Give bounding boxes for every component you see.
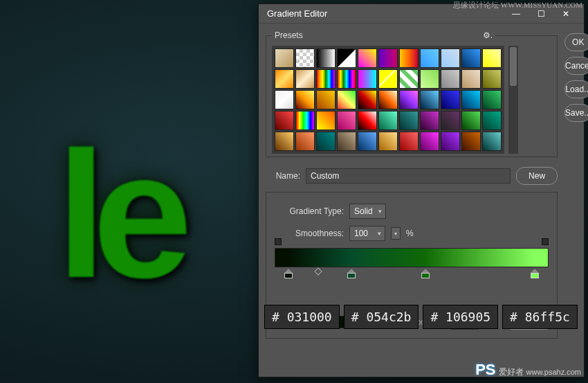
- name-input[interactable]: [306, 168, 511, 184]
- hex-label: # 054c2b: [344, 305, 419, 329]
- save-button[interactable]: Save...: [564, 104, 588, 122]
- preset-swatch[interactable]: [441, 132, 460, 151]
- preset-swatch[interactable]: [482, 111, 502, 130]
- load-button[interactable]: Load...: [564, 80, 588, 98]
- preset-swatch[interactable]: [441, 111, 460, 130]
- background-leaf-text: le: [0, 83, 263, 346]
- preset-swatch[interactable]: [337, 48, 356, 68]
- chevron-down-icon[interactable]: ▾: [391, 227, 401, 240]
- hex-label: # 031000: [264, 305, 340, 329]
- gradient-type-select[interactable]: Solid: [349, 204, 386, 219]
- preset-swatch[interactable]: [378, 48, 398, 68]
- preset-swatch[interactable]: [358, 69, 377, 89]
- preset-swatch[interactable]: [316, 111, 336, 130]
- preset-swatch[interactable]: [316, 48, 336, 68]
- preset-swatch[interactable]: [358, 48, 377, 68]
- preset-swatch[interactable]: [399, 132, 419, 151]
- preset-swatch[interactable]: [482, 132, 502, 151]
- preset-swatch[interactable]: [337, 90, 356, 109]
- preset-swatch[interactable]: [441, 69, 460, 89]
- preset-swatch[interactable]: [337, 111, 356, 130]
- watermark-bottom: PS 爱好者 www.psahz.com: [475, 361, 581, 379]
- preset-swatch[interactable]: [275, 132, 294, 151]
- hex-callouts: # 031000# 054c2b# 106905# 86ff5c: [264, 305, 578, 329]
- preset-swatch[interactable]: [461, 48, 481, 68]
- ok-button[interactable]: OK: [564, 33, 588, 51]
- color-stop[interactable]: [421, 269, 430, 278]
- preset-swatch[interactable]: [461, 111, 481, 130]
- new-button[interactable]: New: [516, 167, 558, 185]
- preset-swatch[interactable]: [420, 90, 439, 109]
- preset-swatch[interactable]: [482, 90, 502, 109]
- preset-swatch[interactable]: [441, 90, 460, 109]
- preset-swatch[interactable]: [482, 48, 502, 68]
- preset-swatch[interactable]: [316, 69, 336, 89]
- color-stop[interactable]: [347, 269, 356, 278]
- preset-swatch[interactable]: [420, 132, 439, 151]
- presets-fieldset: Presets ⚙.: [266, 30, 558, 157]
- preset-swatch[interactable]: [295, 111, 315, 130]
- color-stop[interactable]: [284, 269, 293, 278]
- gradient-type-label: Gradient Type:: [275, 206, 344, 216]
- preset-swatch[interactable]: [358, 132, 377, 151]
- preset-swatch[interactable]: [275, 48, 294, 68]
- preset-swatch[interactable]: [378, 111, 398, 130]
- gear-icon[interactable]: ⚙.: [483, 30, 493, 40]
- preset-swatch[interactable]: [461, 90, 481, 109]
- preset-swatch[interactable]: [399, 90, 419, 109]
- percent-label: %: [406, 229, 414, 238]
- preset-swatch[interactable]: [420, 69, 439, 89]
- preset-swatch[interactable]: [316, 90, 336, 109]
- preset-swatch[interactable]: [378, 132, 398, 151]
- preset-swatches: [272, 46, 504, 154]
- preset-swatch[interactable]: [295, 48, 315, 68]
- preset-swatch[interactable]: [275, 111, 294, 130]
- preset-swatch[interactable]: [420, 111, 439, 130]
- preset-swatch[interactable]: [295, 69, 315, 89]
- color-stop[interactable]: [531, 269, 539, 278]
- preset-swatch[interactable]: [461, 69, 481, 89]
- presets-label: Presets: [275, 30, 303, 40]
- cancel-button[interactable]: Cancel: [564, 57, 588, 75]
- preset-swatch[interactable]: [316, 132, 336, 151]
- preset-swatch[interactable]: [358, 111, 377, 130]
- presets-scrollbar[interactable]: [508, 46, 518, 154]
- preset-swatch[interactable]: [482, 69, 502, 89]
- midpoint-stop[interactable]: [315, 267, 322, 275]
- preset-swatch[interactable]: [275, 90, 294, 109]
- smoothness-label: Smoothness:: [275, 229, 344, 238]
- gradient-bar[interactable]: [275, 248, 549, 267]
- opacity-stop-right[interactable]: [542, 238, 549, 245]
- preset-swatch[interactable]: [378, 69, 398, 89]
- preset-swatch[interactable]: [441, 48, 460, 68]
- preset-swatch[interactable]: [378, 90, 398, 109]
- preset-swatch[interactable]: [275, 69, 294, 89]
- name-label: Name:: [266, 171, 300, 181]
- preset-swatch[interactable]: [337, 69, 356, 89]
- hex-label: # 106905: [423, 305, 498, 329]
- preset-swatch[interactable]: [399, 48, 419, 68]
- preset-swatch[interactable]: [337, 132, 356, 151]
- preset-swatch[interactable]: [461, 132, 481, 151]
- preset-swatch[interactable]: [399, 111, 419, 130]
- preset-swatch[interactable]: [420, 48, 439, 68]
- smoothness-input[interactable]: 100: [349, 226, 385, 241]
- hex-label: # 86ff5c: [502, 305, 578, 329]
- opacity-stop-left[interactable]: [275, 238, 282, 245]
- preset-swatch[interactable]: [295, 90, 315, 109]
- preset-swatch[interactable]: [295, 132, 315, 151]
- watermark-top: 思缘设计论坛 WWW.MISSYUAN.COM: [453, 0, 582, 10]
- preset-swatch[interactable]: [358, 90, 377, 109]
- preset-swatch[interactable]: [399, 69, 419, 89]
